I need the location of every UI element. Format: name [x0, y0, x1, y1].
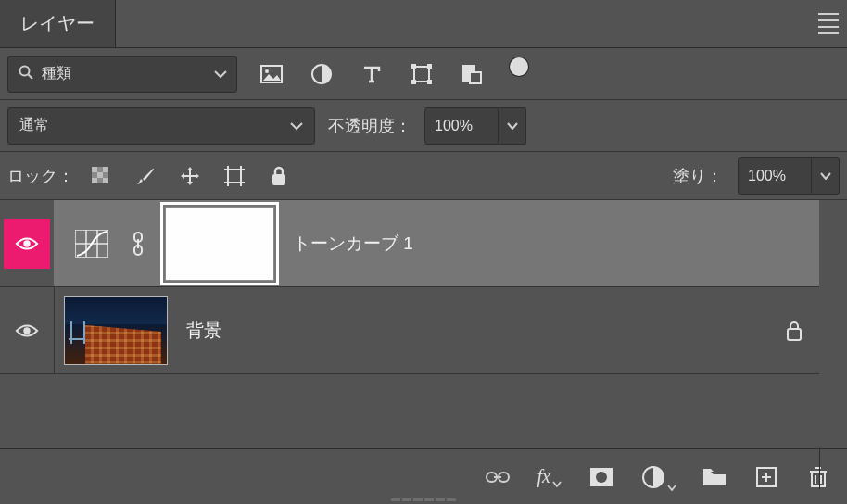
- fill-dropdown[interactable]: [812, 158, 840, 195]
- svg-rect-9: [427, 80, 432, 84]
- new-layer-icon[interactable]: [754, 465, 778, 489]
- layer-panel-footer: fx: [0, 448, 847, 504]
- opacity-input[interactable]: 100%: [424, 107, 499, 145]
- filter-shape-icon[interactable]: [410, 62, 434, 86]
- svg-rect-15: [103, 167, 108, 172]
- link-mask-icon[interactable]: [130, 232, 146, 256]
- svg-rect-19: [92, 178, 97, 183]
- layer-lock-icon[interactable]: [782, 319, 806, 343]
- svg-rect-21: [103, 178, 108, 183]
- panel-tab-layers[interactable]: レイヤー: [0, 0, 116, 47]
- lock-all-icon[interactable]: [267, 164, 291, 188]
- lock-brush-icon[interactable]: [133, 164, 158, 188]
- filter-type-label: 種類: [42, 64, 71, 83]
- lock-position-icon[interactable]: [178, 164, 202, 188]
- layer-list: トーンカーブ 1 背景: [0, 200, 819, 374]
- svg-point-43: [23, 327, 30, 334]
- filter-adjustment-icon[interactable]: [310, 62, 334, 86]
- svg-rect-20: [97, 178, 103, 183]
- lock-icons: [89, 164, 291, 188]
- svg-point-0: [20, 66, 30, 75]
- svg-point-32: [23, 240, 30, 246]
- svg-rect-14: [97, 167, 103, 172]
- lock-pixels-icon[interactable]: [89, 164, 113, 188]
- panel-title: レイヤー: [20, 11, 95, 36]
- svg-point-49: [596, 472, 607, 483]
- panel-menu-icon[interactable]: [823, 12, 847, 36]
- fx-label: fx: [537, 466, 550, 487]
- svg-rect-11: [470, 72, 481, 83]
- svg-rect-44: [788, 329, 801, 340]
- lock-artboard-icon[interactable]: [222, 164, 247, 188]
- blend-row: 通常 不透明度： 100%: [0, 100, 847, 152]
- lock-label: ロック：: [7, 165, 74, 187]
- svg-rect-13: [92, 167, 97, 172]
- search-icon: [18, 64, 34, 84]
- svg-point-3: [265, 69, 269, 73]
- blend-mode-value: 通常: [19, 116, 49, 135]
- layer-mask-thumbnail[interactable]: [165, 207, 274, 281]
- svg-rect-6: [411, 64, 416, 69]
- svg-rect-22: [228, 170, 241, 183]
- filter-toggle[interactable]: [510, 57, 528, 76]
- svg-rect-31: [272, 174, 285, 185]
- chevron-down-icon: [214, 69, 227, 79]
- curves-adjustment-icon: [72, 229, 111, 258]
- visibility-toggle-icon[interactable]: [15, 319, 39, 343]
- visibility-highlight: [4, 219, 50, 269]
- link-layers-icon[interactable]: [486, 465, 510, 489]
- panel-header: レイヤー: [0, 0, 847, 48]
- layer-thumbnail[interactable]: [64, 296, 168, 365]
- visibility-column: [0, 200, 54, 286]
- lock-row: ロック： 塗り： 100%: [0, 152, 847, 200]
- new-group-icon[interactable]: [702, 465, 727, 489]
- svg-rect-18: [103, 172, 108, 178]
- layer-name[interactable]: トーンカーブ 1: [293, 232, 413, 256]
- filter-buttons: [259, 62, 528, 86]
- svg-rect-5: [414, 67, 429, 82]
- svg-rect-8: [411, 80, 416, 84]
- svg-line-1: [29, 74, 33, 79]
- layer-filter-row: 種類: [0, 48, 847, 100]
- fill-label: 塗り：: [673, 165, 723, 187]
- chevron-down-icon: [290, 121, 303, 131]
- blend-mode-dropdown[interactable]: 通常: [7, 107, 315, 145]
- svg-rect-17: [97, 172, 103, 178]
- layer-body: トーンカーブ 1: [54, 200, 806, 286]
- svg-rect-7: [427, 64, 432, 69]
- layer-row[interactable]: 背景: [0, 287, 819, 374]
- opacity-label: 不透明度：: [328, 115, 411, 137]
- fill-value: 100%: [748, 168, 786, 184]
- layer-body: 背景: [55, 287, 806, 373]
- new-adjustment-icon[interactable]: [641, 465, 665, 489]
- visibility-column: [0, 287, 54, 373]
- add-mask-icon[interactable]: [589, 465, 613, 489]
- filter-image-icon[interactable]: [259, 62, 284, 86]
- layer-style-icon[interactable]: fx: [537, 466, 562, 487]
- resize-handle[interactable]: [391, 497, 456, 502]
- layer-row[interactable]: トーンカーブ 1: [0, 200, 819, 287]
- svg-rect-16: [92, 172, 97, 178]
- visibility-toggle-icon[interactable]: [15, 232, 39, 256]
- filter-smartobject-icon[interactable]: [460, 62, 484, 86]
- opacity-value: 100%: [435, 118, 473, 134]
- filter-type-icon[interactable]: [360, 62, 384, 86]
- opacity-dropdown[interactable]: [499, 107, 526, 145]
- layer-name[interactable]: 背景: [186, 319, 221, 343]
- scrollbar-track[interactable]: [819, 448, 847, 489]
- filter-type-dropdown[interactable]: 種類: [7, 56, 237, 93]
- fill-input[interactable]: 100%: [738, 158, 812, 195]
